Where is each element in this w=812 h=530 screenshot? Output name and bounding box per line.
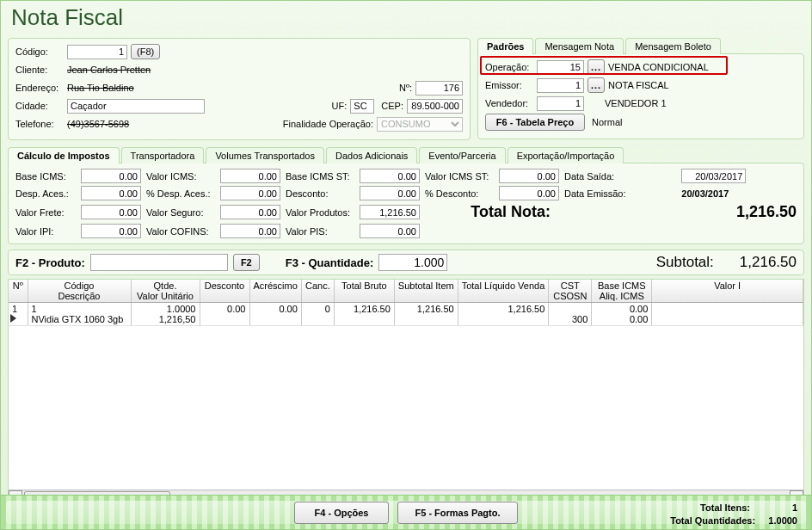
vendedor-label: Vendedor: <box>485 98 537 108</box>
data-emissao-label: Data Emissão: <box>564 188 676 199</box>
row-marker-icon <box>10 314 16 323</box>
subtotal-value: 1,216.50 <box>740 254 797 271</box>
valor-seguro-input[interactable] <box>220 205 280 219</box>
valor-icms-st-input[interactable] <box>499 169 559 183</box>
header-info-panel: Código: (F8) Cliente: Jean Carlos Prette… <box>8 38 471 140</box>
produto-input[interactable] <box>90 254 228 271</box>
tab-mensagem-boleto[interactable]: Mensagem Boleto <box>625 38 721 54</box>
desconto-label: Desconto: <box>286 188 354 199</box>
cep-label: CEP: <box>381 101 403 111</box>
data-saida-input[interactable] <box>681 169 746 183</box>
valor-icms-st-label: Valor ICMS ST: <box>425 171 494 182</box>
pct-desp-input[interactable] <box>220 186 280 200</box>
valor-pis-input[interactable] <box>360 224 420 238</box>
valor-frete-label: Valor Frete: <box>15 207 76 218</box>
endereco-value: Rua Tio Baldino <box>67 83 134 93</box>
f8-button[interactable]: (F8) <box>131 44 160 59</box>
cidade-input[interactable] <box>67 99 205 114</box>
valor-pis-label: Valor PIS: <box>286 226 354 237</box>
tab-mensagem-nota[interactable]: Mensagem Nota <box>535 38 624 54</box>
total-qtd-label: Total Quantidades: <box>670 515 755 526</box>
total-itens-label: Total Itens: <box>700 502 750 513</box>
vendedor-desc: VENDEDOR 1 <box>605 98 667 108</box>
valor-icms-label: Valor ICMS: <box>146 171 215 182</box>
f2-produto-label: F2 - Produto: <box>15 256 85 269</box>
base-icms-label: Base ICMS: <box>15 171 76 182</box>
emissor-input[interactable] <box>537 78 584 93</box>
uf-input[interactable] <box>350 99 374 114</box>
tab-transportadora[interactable]: Transportadora <box>121 147 205 163</box>
telefone-label: Telefone: <box>15 119 67 129</box>
valor-frete-input[interactable] <box>81 205 141 219</box>
valor-produtos-input[interactable] <box>360 205 420 219</box>
page-title: Nota Fiscal <box>1 1 811 38</box>
numero-input[interactable] <box>415 81 463 96</box>
tabela-preco-desc: Normal <box>592 117 622 127</box>
tab-padroes[interactable]: Padrões <box>477 38 533 54</box>
table-row[interactable]: 1 1NVidia GTX 1060 3gb 1.00001,216,50 0.… <box>9 303 803 326</box>
items-grid[interactable]: Nº CódigoDescrição Qtde.Valor Unitário D… <box>8 279 804 504</box>
codigo-label: Código: <box>15 46 67 57</box>
emissor-desc: NOTA FISCAL <box>608 80 669 90</box>
total-itens-value: 1 <box>792 502 797 513</box>
base-icms-st-input[interactable] <box>360 169 420 183</box>
f6-tabela-preco-button[interactable]: F6 - Tabela Preço <box>485 114 585 131</box>
finalidade-label: Finalidade Operação: <box>283 119 373 129</box>
cep-input[interactable] <box>407 99 463 114</box>
total-nota-label: Total Nota: <box>425 203 559 221</box>
desconto-input[interactable] <box>360 186 420 200</box>
padroes-panel: Padrões Mensagem Nota Mensagem Boleto Op… <box>477 38 804 139</box>
valor-cofins-label: Valor COFINS: <box>146 226 215 237</box>
total-nota-value: 1,216.50 <box>564 203 797 221</box>
f4-opcoes-button[interactable]: F4 - Opções <box>294 502 389 524</box>
data-saida-label: Data Saída: <box>564 171 676 182</box>
cliente-label: Cliente: <box>15 65 67 75</box>
cliente-value: Jean Carlos Pretten <box>67 65 151 75</box>
vendedor-input[interactable] <box>537 96 584 111</box>
f2-button[interactable]: F2 <box>233 254 260 271</box>
telefone-value: (49)3567-5698 <box>67 119 129 129</box>
desp-aces-input[interactable] <box>81 186 141 200</box>
valor-ipi-label: Valor IPI: <box>15 226 76 237</box>
valor-ipi-input[interactable] <box>81 224 141 238</box>
cidade-label: Cidade: <box>15 101 67 111</box>
data-emissao-value: 20/03/2017 <box>681 188 797 199</box>
valor-icms-input[interactable] <box>220 169 280 183</box>
valor-seguro-label: Valor Seguro: <box>146 207 215 218</box>
tab-exportacao-importacao[interactable]: Exportação/Importação <box>508 147 624 163</box>
tab-volumes[interactable]: Volumes Transportados <box>206 147 324 163</box>
emissor-label: Emissor: <box>485 80 537 90</box>
pct-desconto-input[interactable] <box>499 186 559 200</box>
pct-desp-label: % Desp. Aces.: <box>146 188 215 199</box>
f3-quantidade-label: F3 - Quantidade: <box>286 256 374 269</box>
finalidade-select: CONSUMO <box>377 117 463 132</box>
numero-label: Nº: <box>399 83 412 93</box>
valor-cofins-input[interactable] <box>220 224 280 238</box>
tab-evento-parceria[interactable]: Evento/Parceria <box>419 147 505 163</box>
tab-dados-adicionais[interactable]: Dados Adicionais <box>326 147 417 163</box>
codigo-input[interactable] <box>67 45 127 59</box>
subtotal-label: Subtotal: <box>656 254 714 271</box>
valor-produtos-label: Valor Produtos: <box>286 207 354 218</box>
emissor-lookup-button[interactable]: ... <box>587 77 605 93</box>
tab-calculo-impostos[interactable]: Cálculo de Impostos <box>8 147 120 163</box>
pct-desconto-label: % Desconto: <box>425 188 494 199</box>
base-icms-input[interactable] <box>81 169 141 183</box>
base-icms-st-label: Base ICMS ST: <box>286 171 354 182</box>
quantidade-input[interactable] <box>378 254 447 271</box>
desp-aces-label: Desp. Aces.: <box>15 188 76 199</box>
total-qtd-value: 1.0000 <box>768 515 797 526</box>
endereco-label: Endereço: <box>15 83 67 93</box>
operacao-highlight <box>480 56 728 75</box>
uf-label: UF: <box>332 101 348 111</box>
f5-formas-pagto-button[interactable]: F5 - Formas Pagto. <box>397 502 518 524</box>
